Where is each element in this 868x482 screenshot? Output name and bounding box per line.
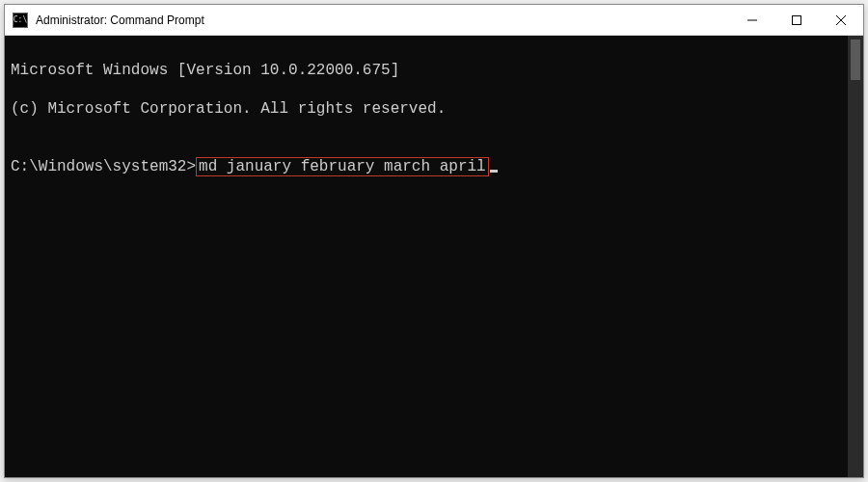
command-prompt-window: C:\ Administrator: Command Prompt Micros…	[4, 4, 864, 478]
window-title: Administrator: Command Prompt	[36, 13, 204, 27]
minimize-icon	[747, 15, 757, 25]
app-icon: C:\	[13, 13, 28, 28]
copyright-line: (c) Microsoft Corporation. All rights re…	[11, 99, 840, 119]
window-controls	[730, 5, 863, 35]
close-button[interactable]	[819, 5, 863, 35]
scrollbar-thumb[interactable]	[851, 40, 860, 80]
maximize-icon	[792, 15, 801, 25]
prompt-line: C:\Windows\system32>md january february …	[11, 157, 840, 176]
prompt-text: C:\Windows\system32>	[11, 158, 196, 175]
titlebar[interactable]: C:\ Administrator: Command Prompt	[5, 5, 863, 36]
close-icon	[836, 15, 846, 25]
terminal-output[interactable]: Microsoft Windows [Version 10.0.22000.67…	[5, 36, 848, 477]
app-icon-glyph: C:\	[14, 16, 27, 24]
version-line: Microsoft Windows [Version 10.0.22000.67…	[11, 61, 840, 80]
command-text: md january february march april	[199, 158, 486, 175]
maximize-button[interactable]	[774, 5, 819, 35]
command-highlight: md january february march april	[196, 157, 489, 176]
terminal-area: Microsoft Windows [Version 10.0.22000.67…	[5, 36, 863, 477]
svg-rect-1	[793, 15, 801, 24]
vertical-scrollbar[interactable]	[848, 36, 863, 477]
text-cursor	[490, 170, 498, 173]
minimize-button[interactable]	[730, 5, 774, 35]
